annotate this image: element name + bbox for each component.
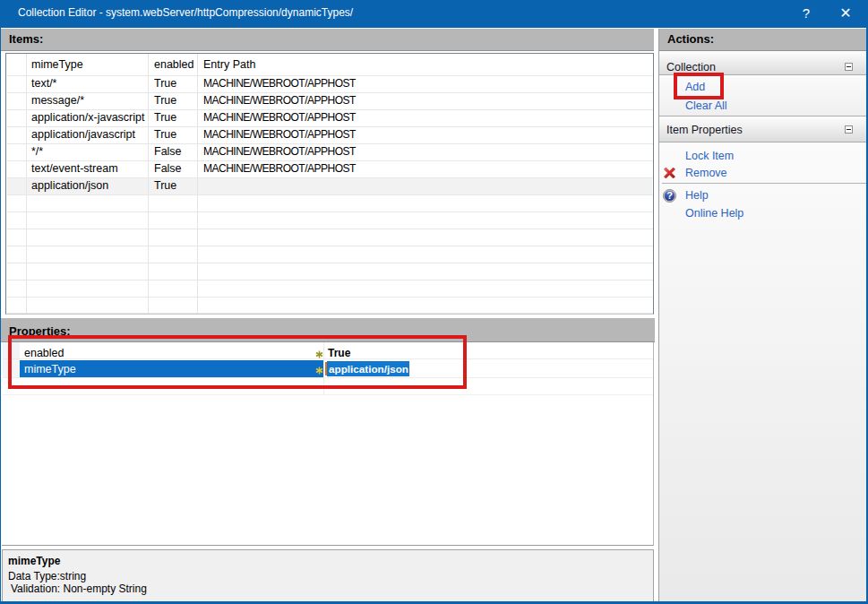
svg-text:?: ? bbox=[666, 190, 673, 201]
